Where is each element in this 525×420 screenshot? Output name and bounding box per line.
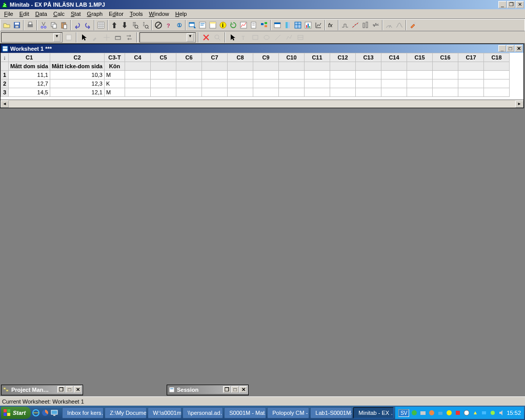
firefox-icon[interactable]	[41, 408, 49, 417]
menu-calc[interactable]: Calc	[50, 10, 68, 17]
menu-file[interactable]: File	[1, 10, 16, 17]
tray-icon[interactable]	[411, 409, 418, 416]
stat-basic-icon[interactable]	[340, 20, 350, 30]
data-cell[interactable]: M	[104, 71, 125, 79]
menu-help[interactable]: Help	[172, 10, 190, 17]
brush-tool-icon[interactable]	[90, 32, 100, 43]
menu-editor[interactable]: Editor	[106, 10, 127, 17]
worksheet-titlebar[interactable]: Worksheet 1 *** _ □ ✕	[1, 44, 523, 53]
down-arrow-icon[interactable]	[119, 20, 130, 30]
task-button[interactable]: W:\s0001m	[148, 407, 181, 418]
chart-icon[interactable]	[303, 20, 313, 30]
col-header[interactable]: C2	[50, 53, 104, 62]
grid-icon[interactable]	[293, 20, 303, 30]
data-cell[interactable]: K	[104, 79, 125, 88]
marker-tool-icon[interactable]	[295, 32, 306, 43]
close-button[interactable]: ✕	[516, 1, 524, 8]
data-cell[interactable]: 14,5	[9, 88, 50, 97]
task-button[interactable]: Polopoly CM - …	[267, 407, 309, 418]
resize-icon[interactable]	[113, 32, 123, 43]
find-icon[interactable]	[130, 20, 140, 30]
task-button[interactable]: Inbox for kers…	[62, 407, 104, 418]
print-icon[interactable]	[25, 20, 35, 30]
ws-minimize-button[interactable]: _	[498, 45, 506, 52]
copy-icon[interactable]	[49, 20, 59, 30]
col-header[interactable]: C12	[330, 53, 355, 62]
worksheet-grid[interactable]: ↓ C1 C2 C3-T C4 C5 C6 C7 C8 C9 C10 C11 C…	[1, 53, 523, 99]
corner-cell[interactable]: ↓	[1, 53, 9, 62]
start-button[interactable]: Start	[1, 407, 31, 419]
row-header[interactable]: 2	[1, 79, 9, 88]
h-scrollbar[interactable]: ◄►	[1, 99, 523, 108]
reliability-icon[interactable]	[394, 20, 405, 30]
fx-icon[interactable]: fx	[327, 20, 337, 30]
desktop-icon[interactable]	[50, 408, 58, 417]
stat-regression-icon[interactable]	[350, 20, 360, 30]
rect-tool-icon[interactable]	[250, 32, 260, 43]
tray-icon[interactable]	[428, 409, 435, 416]
task-button[interactable]: WLab1-S0001M-…	[310, 407, 352, 418]
restore-button[interactable]: ❐	[507, 1, 515, 8]
project-manager-icon[interactable]	[259, 20, 269, 30]
tray-icon[interactable]	[437, 409, 444, 416]
menu-window[interactable]: Window	[146, 10, 172, 17]
tray-icon[interactable]	[472, 409, 479, 416]
tray-icon[interactable]	[480, 409, 488, 416]
col-header[interactable]: C9	[253, 53, 278, 62]
row-header[interactable]: 1	[1, 71, 9, 79]
help-icon[interactable]: ?	[164, 20, 174, 30]
col-header[interactable]: C8	[227, 53, 253, 62]
col-header[interactable]: C7	[201, 53, 227, 62]
swap-icon[interactable]	[124, 32, 134, 43]
row-header[interactable]: 3	[1, 88, 9, 97]
pm-maximize-button[interactable]: □	[66, 386, 73, 393]
stat-anova-icon[interactable]	[360, 20, 371, 30]
data-cell[interactable]: 12,7	[9, 79, 50, 88]
sess-restore-button[interactable]: ❐	[223, 386, 231, 393]
ws-maximize-button[interactable]: □	[507, 45, 514, 52]
col-name[interactable]: Kön	[104, 62, 125, 71]
cut-icon[interactable]	[38, 20, 49, 30]
col-header[interactable]: C3-T	[104, 53, 125, 62]
col-header[interactable]: C4	[125, 53, 150, 62]
data-cell[interactable]: 10,3	[50, 71, 104, 79]
pm-restore-button[interactable]: ❐	[57, 386, 65, 393]
exec-icon[interactable]	[282, 20, 293, 30]
menu-stat[interactable]: Stat	[68, 10, 84, 17]
line-tool-icon[interactable]	[273, 32, 283, 43]
col-header[interactable]: C11	[304, 53, 330, 62]
col-header[interactable]: C5	[150, 53, 176, 62]
tray-icon[interactable]	[489, 409, 496, 416]
col-name[interactable]: Mått icke-dom sida	[50, 62, 104, 71]
data-cell[interactable]: 12,3	[50, 79, 104, 88]
menu-graph[interactable]: Graph	[84, 10, 106, 17]
project-manager-minimized[interactable]: Project Man… ❐ □ ✕	[1, 385, 83, 395]
worksheet-icon[interactable]	[96, 20, 106, 30]
tray-icon[interactable]	[454, 409, 461, 416]
reportpad-icon[interactable]	[249, 20, 259, 30]
select-tool-icon[interactable]	[228, 32, 238, 43]
save-icon[interactable]	[12, 20, 22, 30]
delete-x-icon[interactable]	[201, 32, 211, 43]
find-next-icon[interactable]	[140, 20, 150, 30]
clock[interactable]: 15:52	[507, 410, 521, 416]
col-header[interactable]: C6	[176, 53, 201, 62]
pm-close-button[interactable]: ✕	[74, 386, 82, 393]
up-arrow-icon[interactable]	[109, 20, 119, 30]
paste-icon[interactable]	[59, 20, 69, 30]
info-window-icon[interactable]: i	[218, 20, 228, 30]
minimize-button[interactable]: _	[498, 1, 507, 8]
ws-close-button[interactable]: ✕	[515, 45, 522, 52]
sess-maximize-button[interactable]: □	[231, 386, 239, 393]
task-button[interactable]: Z:\My Docume…	[105, 407, 147, 418]
enable-commands-icon[interactable]	[272, 20, 282, 30]
task-button[interactable]: \\personal.ad…	[183, 407, 223, 418]
menu-tools[interactable]: Tools	[127, 10, 146, 17]
col-header[interactable]: C15	[407, 53, 432, 62]
graphs-window-icon[interactable]	[238, 20, 249, 30]
col-header[interactable]: C16	[432, 53, 458, 62]
ellipse-tool-icon[interactable]	[261, 32, 272, 43]
col-name[interactable]: Mått dom sida	[9, 62, 50, 71]
volume-icon[interactable]	[498, 409, 505, 416]
data-cell[interactable]: M	[104, 88, 125, 97]
